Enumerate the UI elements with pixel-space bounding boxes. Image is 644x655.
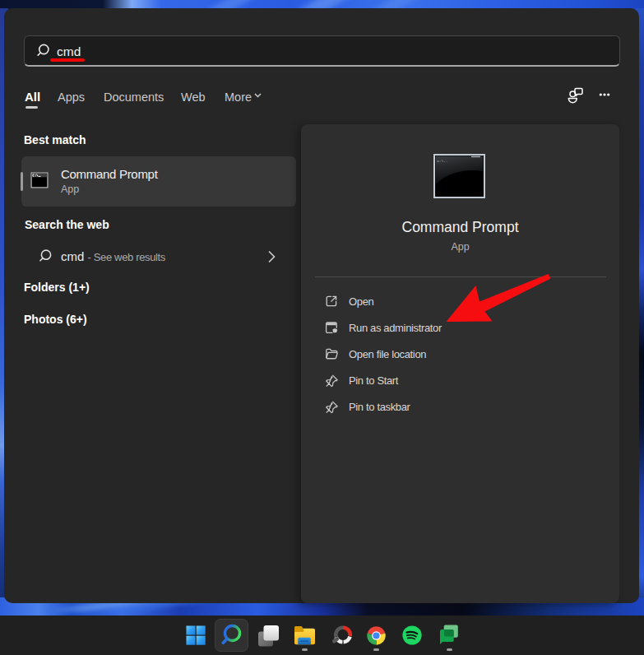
svg-text:C:\..: C:\.. — [437, 159, 447, 163]
